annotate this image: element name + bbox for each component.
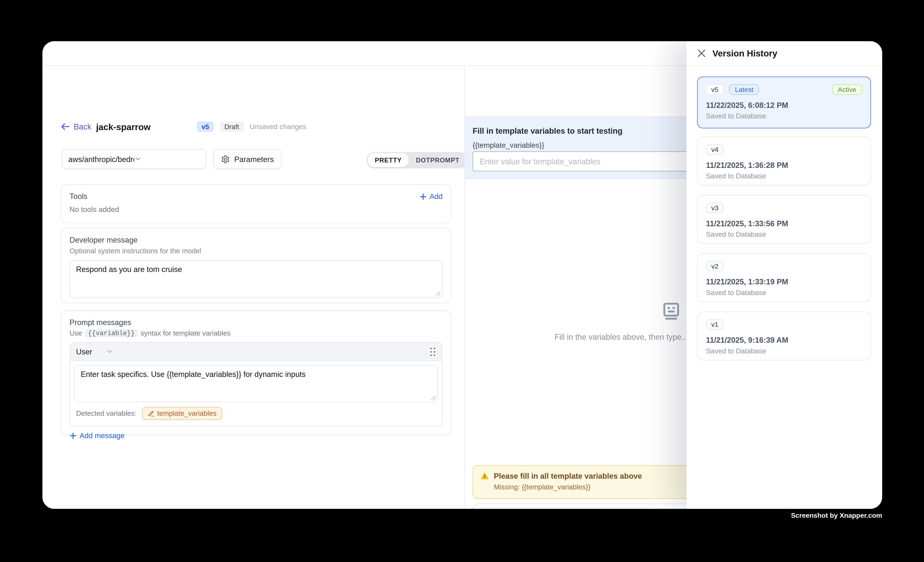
version-id-badge: v1 bbox=[706, 319, 724, 330]
close-icon[interactable] bbox=[697, 49, 706, 58]
parameters-button[interactable]: Parameters bbox=[213, 149, 282, 169]
user-message-input[interactable]: Enter task specifics. Use {{template_var… bbox=[74, 365, 438, 402]
add-message-label: Add message bbox=[80, 432, 124, 440]
prompt-hint: Use {{variable}} syntax for template var… bbox=[69, 329, 442, 338]
message-header: User bbox=[70, 343, 442, 361]
app-window: Back jack-sparrow v5 Draft Unsaved chang… bbox=[42, 41, 882, 509]
tools-empty-text: No tools added bbox=[69, 205, 442, 214]
unsaved-changes-label: Unsaved changes bbox=[250, 123, 306, 131]
chevron-down-icon bbox=[134, 155, 200, 163]
tools-title: Tools bbox=[69, 192, 87, 201]
version-timestamp: 11/21/2025, 1:33:56 PM bbox=[706, 219, 862, 228]
hint-suffix: syntax for template variables bbox=[141, 329, 231, 338]
warning-title: Please fill in all template variables ab… bbox=[494, 472, 642, 481]
empty-state-text: Fill in the variables above, then type..… bbox=[555, 333, 688, 341]
version-storage: Saved to Database bbox=[706, 172, 862, 180]
model-select-value: aws/anthropic/bedrock-claude-3-5-s... bbox=[69, 155, 134, 163]
version-id-badge: v2 bbox=[706, 261, 724, 272]
version-id-badge: v4 bbox=[706, 144, 724, 155]
version-timestamp: 11/21/2025, 1:33:19 PM bbox=[706, 277, 862, 286]
add-message-button[interactable]: Add message bbox=[69, 432, 442, 440]
version-storage: Saved to Database bbox=[706, 230, 862, 238]
watermark-credit: Screenshot by Xnapper.com bbox=[791, 512, 882, 519]
version-timestamp: 11/21/2025, 1:36:28 PM bbox=[706, 161, 862, 170]
version-card-v1[interactable]: v1 11/21/2025, 9:16:39 AM Saved to Datab… bbox=[697, 311, 871, 360]
back-button[interactable]: Back bbox=[61, 122, 92, 131]
screenshot-stage: Back jack-sparrow v5 Draft Unsaved chang… bbox=[0, 0, 924, 562]
version-card-v4[interactable]: v4 11/21/2025, 1:36:28 PM Saved to Datab… bbox=[697, 137, 871, 185]
variable-syntax-chip: {{variable}} bbox=[85, 329, 138, 338]
version-id-badge: v3 bbox=[706, 203, 724, 213]
draft-badge: Draft bbox=[220, 121, 244, 132]
arrow-left-icon bbox=[61, 123, 69, 131]
version-card-v3[interactable]: v3 11/21/2025, 1:33:56 PM Saved to Datab… bbox=[697, 195, 871, 244]
version-history-title: Version History bbox=[712, 48, 777, 58]
resize-handle-icon[interactable] bbox=[431, 395, 436, 401]
tools-card: Tools Add No tools added bbox=[61, 184, 451, 223]
add-tool-button[interactable]: Add bbox=[419, 192, 442, 200]
format-toggle: PRETTY DOTPROMPT bbox=[366, 152, 468, 169]
status-badges: v5 Draft Unsaved changes bbox=[197, 121, 306, 132]
detected-variables-row: Detected variables: template_variables bbox=[74, 402, 438, 426]
detected-variables-label: Detected variables: bbox=[76, 409, 136, 417]
prompt-messages-title: Prompt messages bbox=[69, 318, 442, 327]
plus-icon bbox=[419, 193, 426, 200]
developer-message-title: Developer message bbox=[69, 235, 442, 244]
model-select[interactable]: aws/anthropic/bedrock-claude-3-5-s... bbox=[62, 149, 206, 169]
page-title: jack-sparrow bbox=[96, 121, 190, 132]
plus-icon bbox=[69, 432, 76, 439]
message-block: User Enter task specifics. Use {{templat… bbox=[69, 342, 442, 426]
add-tool-label: Add bbox=[429, 192, 442, 200]
version-storage: Saved to Database bbox=[706, 347, 862, 355]
version-card-v2[interactable]: v2 11/21/2025, 1:33:19 PM Saved to Datab… bbox=[697, 253, 871, 302]
template-variable-label: {{template_variables}} bbox=[473, 141, 544, 149]
developer-message-subtitle: Optional system instructions for the mod… bbox=[69, 247, 442, 255]
version-list: v5 Latest Active 11/22/2025, 6:08:12 PM … bbox=[697, 76, 871, 370]
hint-prefix: Use bbox=[69, 329, 82, 338]
developer-message-input[interactable]: Respond as you are tom cruise bbox=[69, 260, 442, 298]
gear-icon bbox=[221, 155, 230, 163]
version-card-v5[interactable]: v5 Latest Active 11/22/2025, 6:08:12 PM … bbox=[697, 76, 871, 129]
version-badge: v5 bbox=[197, 121, 214, 132]
warning-triangle-icon bbox=[480, 472, 489, 481]
back-label: Back bbox=[74, 122, 92, 131]
active-badge: Active bbox=[832, 84, 862, 95]
banner-title: Fill in template variables to start test… bbox=[473, 127, 622, 135]
version-history-panel: Version History v5 Latest Active 11/22/2… bbox=[687, 41, 882, 509]
bot-icon bbox=[660, 300, 682, 323]
editor-pane: Back jack-sparrow v5 Draft Unsaved chang… bbox=[42, 66, 464, 509]
parameters-label: Parameters bbox=[234, 155, 274, 163]
detected-variable-name: template_variables bbox=[157, 409, 216, 417]
toggle-pretty[interactable]: PRETTY bbox=[368, 153, 409, 167]
latest-badge: Latest bbox=[729, 84, 759, 95]
resize-handle-icon[interactable] bbox=[435, 291, 441, 296]
pencil-icon bbox=[148, 410, 154, 417]
toggle-dotprompt[interactable]: DOTPROMPT bbox=[409, 153, 466, 167]
version-id-badge: v5 bbox=[706, 84, 724, 95]
drag-handle-icon[interactable] bbox=[430, 347, 436, 357]
message-body: Enter task specifics. Use {{template_var… bbox=[70, 361, 442, 426]
header-row: Back jack-sparrow v5 Draft Unsaved chang… bbox=[61, 121, 92, 132]
chevron-down-icon[interactable] bbox=[106, 348, 113, 355]
version-timestamp: 11/21/2025, 9:16:39 AM bbox=[706, 336, 862, 344]
version-history-header: Version History bbox=[687, 41, 882, 66]
version-storage: Saved to Database bbox=[706, 112, 862, 120]
detected-variable-chip[interactable]: template_variables bbox=[142, 407, 223, 420]
version-storage: Saved to Database bbox=[706, 288, 862, 297]
version-timestamp: 11/22/2025, 6:08:12 PM bbox=[706, 101, 862, 109]
role-select-value[interactable]: User bbox=[76, 347, 92, 356]
prompt-messages-card: Prompt messages Use {{variable}} syntax … bbox=[61, 310, 451, 435]
developer-message-card: Developer message Optional system instru… bbox=[61, 228, 451, 303]
